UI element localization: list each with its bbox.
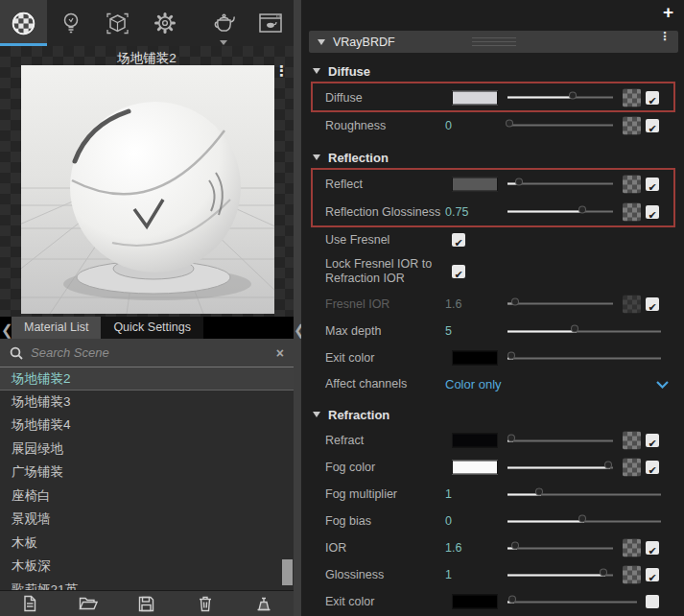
purge-button[interactable] [250,593,277,614]
value-slider[interactable] [507,570,613,580]
texture-slot-button[interactable] [623,566,641,584]
settings-tab-button[interactable] [141,0,188,46]
list-item[interactable]: 木板深 [0,555,294,579]
section-header-refraction[interactable]: Refraction [301,402,684,427]
drag-handle[interactable] [472,37,516,46]
delete-button[interactable] [192,593,219,614]
property-value[interactable]: 1 [445,487,452,501]
property-value[interactable]: 0 [445,514,452,528]
list-item[interactable]: 展园绿地 [0,438,294,462]
list-item[interactable]: 广场铺装 [0,461,294,485]
lock-fresnel-checkbox[interactable] [452,265,465,278]
list-item[interactable]: 歌莉娅21英 [0,579,294,591]
property-value[interactable]: 1 [445,568,452,581]
texture-slot-button[interactable] [623,88,641,107]
value-slider[interactable] [507,206,613,217]
enable-checkbox[interactable] [646,568,659,581]
lights-tab-button[interactable] [47,0,94,46]
value-slider [507,298,613,309]
affect-channels-dropdown[interactable]: Color only [445,377,502,391]
search-bar[interactable]: Search Scene × [0,339,294,367]
enable-checkbox[interactable] [646,119,659,132]
texture-slot-button[interactable] [623,459,641,477]
enable-checkbox[interactable] [646,541,659,555]
enable-checkbox[interactable] [646,297,659,311]
materials-tab-button[interactable] [0,0,47,46]
color-swatch[interactable] [452,461,498,475]
property-value[interactable]: 5 [445,324,452,338]
collapse-triangle-icon [313,412,320,417]
value-slider[interactable] [507,543,613,554]
row-fog-color: Fog color [301,454,684,481]
render-window-button[interactable] [247,0,294,46]
material-actions-bar [0,590,294,616]
value-slider[interactable] [507,436,613,446]
search-icon [10,346,23,360]
tab-quick-settings[interactable]: Quick Settings [101,317,203,339]
value-slider[interactable] [507,120,613,130]
color-swatch[interactable] [452,434,498,448]
collapse-left-chevron-icon[interactable]: ❮ [1,323,13,337]
search-input[interactable]: Search Scene [31,345,269,360]
value-slider[interactable] [507,516,661,527]
new-material-button[interactable] [16,593,43,614]
enable-checkbox[interactable] [646,205,659,219]
collapse-triangle-icon [313,154,320,160]
color-swatch[interactable] [452,90,498,105]
property-value[interactable]: 0.75 [445,205,468,219]
list-item[interactable]: 座椅白 [0,485,294,509]
section-header-diffuse[interactable]: Diffuse [301,59,684,83]
brdf-menu-kebab-icon[interactable]: ⋮ [659,35,671,39]
value-slider[interactable] [507,462,613,473]
list-item[interactable]: 场地铺装4 [0,414,294,438]
value-slider[interactable] [507,489,661,500]
tab-material-list[interactable]: Material List [12,317,101,339]
list-item[interactable]: 木板 [0,532,294,556]
collapse-triangle-icon[interactable] [318,39,325,45]
texture-slot-button[interactable] [623,539,641,557]
brdf-rollout-header[interactable]: VRayBRDF ⋮ [309,31,678,53]
list-item[interactable]: 场地铺装3 [0,391,294,415]
property-label: Reflection Glossiness [325,205,448,219]
use-fresnel-checkbox[interactable] [452,233,465,247]
save-button[interactable] [133,593,160,614]
enable-checkbox[interactable] [646,178,659,191]
property-value[interactable]: 0 [445,119,452,132]
enable-checkbox[interactable] [646,91,659,105]
open-file-button[interactable] [75,593,102,614]
property-value: 1.6 [445,297,461,311]
texture-slot-button[interactable] [623,116,641,134]
property-value[interactable]: 1.6 [445,541,461,555]
texture-slot-button[interactable] [623,202,641,221]
render-dropdown-caret-icon[interactable] [220,40,227,45]
value-slider[interactable] [507,353,661,364]
value-slider[interactable] [507,178,613,189]
texture-slot-button[interactable] [623,175,641,193]
add-layer-button[interactable]: + [663,2,673,23]
property-label: Diffuse [325,91,448,105]
color-swatch[interactable] [452,177,498,191]
property-label: Refract [325,434,448,447]
value-slider[interactable] [507,597,637,607]
material-preview[interactable] [21,65,274,314]
left-tabs: Material List Quick Settings [0,317,294,339]
list-item[interactable]: 场地铺装2 [0,367,294,391]
list-item[interactable]: 景观墙 [0,508,294,532]
gear-icon [153,11,177,36]
render-button[interactable] [200,0,247,46]
section-header-reflection[interactable]: Reflection [301,145,684,170]
preview-menu-kebab-icon[interactable]: ⋮ [274,67,289,74]
enable-checkbox[interactable] [646,461,659,474]
list-scrollbar-thumb[interactable] [282,559,293,585]
enable-checkbox[interactable] [646,595,659,608]
texture-slot-button[interactable] [623,432,641,450]
color-swatch[interactable] [452,351,498,366]
value-slider[interactable] [507,326,661,337]
search-clear-icon[interactable]: × [276,345,284,361]
value-slider[interactable] [507,92,613,103]
enable-checkbox[interactable] [646,434,659,447]
color-swatch[interactable] [452,595,498,609]
chevron-down-icon[interactable] [656,375,669,392]
geometry-tab-button[interactable] [94,0,141,46]
panel-splitter[interactable]: ❮ [294,0,301,616]
